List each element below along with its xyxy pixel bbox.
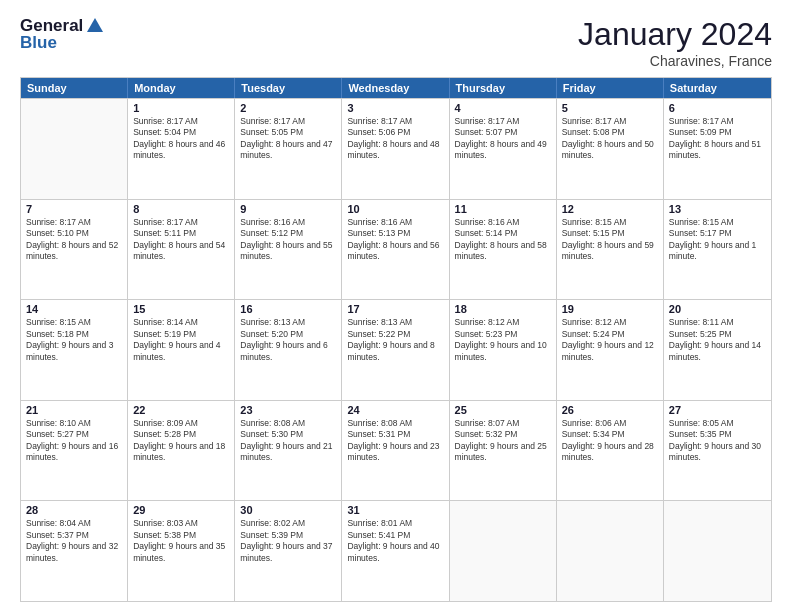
cell-info: Sunrise: 8:17 AM Sunset: 5:07 PM Dayligh… <box>455 116 551 162</box>
cal-cell-1-6: 13Sunrise: 8:15 AM Sunset: 5:17 PM Dayli… <box>664 200 771 300</box>
cell-info: Sunrise: 8:17 AM Sunset: 5:04 PM Dayligh… <box>133 116 229 162</box>
day-number: 15 <box>133 303 229 315</box>
title-block: January 2024 Charavines, France <box>578 16 772 69</box>
week-row-2: 14Sunrise: 8:15 AM Sunset: 5:18 PM Dayli… <box>21 299 771 400</box>
logo: General Blue <box>20 16 105 53</box>
day-number: 21 <box>26 404 122 416</box>
day-number: 26 <box>562 404 658 416</box>
cal-cell-1-1: 8Sunrise: 8:17 AM Sunset: 5:11 PM Daylig… <box>128 200 235 300</box>
cal-cell-3-4: 25Sunrise: 8:07 AM Sunset: 5:32 PM Dayli… <box>450 401 557 501</box>
cell-info: Sunrise: 8:13 AM Sunset: 5:22 PM Dayligh… <box>347 317 443 363</box>
cell-info: Sunrise: 8:17 AM Sunset: 5:06 PM Dayligh… <box>347 116 443 162</box>
cal-cell-2-0: 14Sunrise: 8:15 AM Sunset: 5:18 PM Dayli… <box>21 300 128 400</box>
cal-cell-0-0 <box>21 99 128 199</box>
day-number: 2 <box>240 102 336 114</box>
cal-cell-4-0: 28Sunrise: 8:04 AM Sunset: 5:37 PM Dayli… <box>21 501 128 601</box>
cell-info: Sunrise: 8:09 AM Sunset: 5:28 PM Dayligh… <box>133 418 229 464</box>
cal-cell-0-3: 3Sunrise: 8:17 AM Sunset: 5:06 PM Daylig… <box>342 99 449 199</box>
cal-cell-3-2: 23Sunrise: 8:08 AM Sunset: 5:30 PM Dayli… <box>235 401 342 501</box>
cell-info: Sunrise: 8:17 AM Sunset: 5:08 PM Dayligh… <box>562 116 658 162</box>
cell-info: Sunrise: 8:13 AM Sunset: 5:20 PM Dayligh… <box>240 317 336 363</box>
week-row-0: 1Sunrise: 8:17 AM Sunset: 5:04 PM Daylig… <box>21 98 771 199</box>
cal-cell-3-5: 26Sunrise: 8:06 AM Sunset: 5:34 PM Dayli… <box>557 401 664 501</box>
day-number: 10 <box>347 203 443 215</box>
cal-cell-4-4 <box>450 501 557 601</box>
calendar-body: 1Sunrise: 8:17 AM Sunset: 5:04 PM Daylig… <box>21 98 771 601</box>
cal-cell-2-2: 16Sunrise: 8:13 AM Sunset: 5:20 PM Dayli… <box>235 300 342 400</box>
day-number: 16 <box>240 303 336 315</box>
cell-info: Sunrise: 8:12 AM Sunset: 5:24 PM Dayligh… <box>562 317 658 363</box>
page: General Blue January 2024 Charavines, Fr… <box>0 0 792 612</box>
day-header-thursday: Thursday <box>450 78 557 98</box>
cal-cell-1-2: 9Sunrise: 8:16 AM Sunset: 5:12 PM Daylig… <box>235 200 342 300</box>
cell-info: Sunrise: 8:10 AM Sunset: 5:27 PM Dayligh… <box>26 418 122 464</box>
cal-cell-1-0: 7Sunrise: 8:17 AM Sunset: 5:10 PM Daylig… <box>21 200 128 300</box>
cal-cell-2-5: 19Sunrise: 8:12 AM Sunset: 5:24 PM Dayli… <box>557 300 664 400</box>
cal-cell-1-5: 12Sunrise: 8:15 AM Sunset: 5:15 PM Dayli… <box>557 200 664 300</box>
day-number: 30 <box>240 504 336 516</box>
day-header-sunday: Sunday <box>21 78 128 98</box>
cal-cell-4-2: 30Sunrise: 8:02 AM Sunset: 5:39 PM Dayli… <box>235 501 342 601</box>
cal-cell-3-3: 24Sunrise: 8:08 AM Sunset: 5:31 PM Dayli… <box>342 401 449 501</box>
day-number: 19 <box>562 303 658 315</box>
day-number: 1 <box>133 102 229 114</box>
cal-cell-0-2: 2Sunrise: 8:17 AM Sunset: 5:05 PM Daylig… <box>235 99 342 199</box>
day-number: 28 <box>26 504 122 516</box>
day-header-friday: Friday <box>557 78 664 98</box>
day-number: 27 <box>669 404 766 416</box>
day-header-monday: Monday <box>128 78 235 98</box>
cal-cell-4-3: 31Sunrise: 8:01 AM Sunset: 5:41 PM Dayli… <box>342 501 449 601</box>
cal-cell-3-1: 22Sunrise: 8:09 AM Sunset: 5:28 PM Dayli… <box>128 401 235 501</box>
day-number: 6 <box>669 102 766 114</box>
cal-cell-2-6: 20Sunrise: 8:11 AM Sunset: 5:25 PM Dayli… <box>664 300 771 400</box>
cell-info: Sunrise: 8:17 AM Sunset: 5:09 PM Dayligh… <box>669 116 766 162</box>
cell-info: Sunrise: 8:15 AM Sunset: 5:15 PM Dayligh… <box>562 217 658 263</box>
svg-marker-0 <box>87 18 103 32</box>
cal-cell-0-5: 5Sunrise: 8:17 AM Sunset: 5:08 PM Daylig… <box>557 99 664 199</box>
day-number: 7 <box>26 203 122 215</box>
day-number: 23 <box>240 404 336 416</box>
calendar: SundayMondayTuesdayWednesdayThursdayFrid… <box>20 77 772 602</box>
cell-info: Sunrise: 8:03 AM Sunset: 5:38 PM Dayligh… <box>133 518 229 564</box>
day-header-saturday: Saturday <box>664 78 771 98</box>
cell-info: Sunrise: 8:08 AM Sunset: 5:30 PM Dayligh… <box>240 418 336 464</box>
cell-info: Sunrise: 8:15 AM Sunset: 5:18 PM Dayligh… <box>26 317 122 363</box>
month-title: January 2024 <box>578 16 772 53</box>
day-number: 3 <box>347 102 443 114</box>
day-number: 24 <box>347 404 443 416</box>
logo-blue: Blue <box>20 34 105 53</box>
week-row-1: 7Sunrise: 8:17 AM Sunset: 5:10 PM Daylig… <box>21 199 771 300</box>
cell-info: Sunrise: 8:06 AM Sunset: 5:34 PM Dayligh… <box>562 418 658 464</box>
cell-info: Sunrise: 8:14 AM Sunset: 5:19 PM Dayligh… <box>133 317 229 363</box>
day-header-wednesday: Wednesday <box>342 78 449 98</box>
day-number: 31 <box>347 504 443 516</box>
cell-info: Sunrise: 8:02 AM Sunset: 5:39 PM Dayligh… <box>240 518 336 564</box>
cell-info: Sunrise: 8:01 AM Sunset: 5:41 PM Dayligh… <box>347 518 443 564</box>
day-number: 14 <box>26 303 122 315</box>
day-number: 18 <box>455 303 551 315</box>
cal-cell-4-6 <box>664 501 771 601</box>
cell-info: Sunrise: 8:17 AM Sunset: 5:05 PM Dayligh… <box>240 116 336 162</box>
day-number: 4 <box>455 102 551 114</box>
day-number: 9 <box>240 203 336 215</box>
cell-info: Sunrise: 8:16 AM Sunset: 5:12 PM Dayligh… <box>240 217 336 263</box>
cell-info: Sunrise: 8:15 AM Sunset: 5:17 PM Dayligh… <box>669 217 766 263</box>
cal-cell-4-5 <box>557 501 664 601</box>
cal-cell-1-3: 10Sunrise: 8:16 AM Sunset: 5:13 PM Dayli… <box>342 200 449 300</box>
day-number: 8 <box>133 203 229 215</box>
cell-info: Sunrise: 8:12 AM Sunset: 5:23 PM Dayligh… <box>455 317 551 363</box>
day-number: 29 <box>133 504 229 516</box>
cell-info: Sunrise: 8:17 AM Sunset: 5:10 PM Dayligh… <box>26 217 122 263</box>
cal-cell-3-0: 21Sunrise: 8:10 AM Sunset: 5:27 PM Dayli… <box>21 401 128 501</box>
calendar-header: SundayMondayTuesdayWednesdayThursdayFrid… <box>21 78 771 98</box>
cell-info: Sunrise: 8:08 AM Sunset: 5:31 PM Dayligh… <box>347 418 443 464</box>
day-number: 22 <box>133 404 229 416</box>
cal-cell-2-1: 15Sunrise: 8:14 AM Sunset: 5:19 PM Dayli… <box>128 300 235 400</box>
logo-icon <box>85 16 105 36</box>
day-number: 13 <box>669 203 766 215</box>
cal-cell-2-3: 17Sunrise: 8:13 AM Sunset: 5:22 PM Dayli… <box>342 300 449 400</box>
week-row-4: 28Sunrise: 8:04 AM Sunset: 5:37 PM Dayli… <box>21 500 771 601</box>
subtitle: Charavines, France <box>578 53 772 69</box>
day-number: 5 <box>562 102 658 114</box>
day-header-tuesday: Tuesday <box>235 78 342 98</box>
